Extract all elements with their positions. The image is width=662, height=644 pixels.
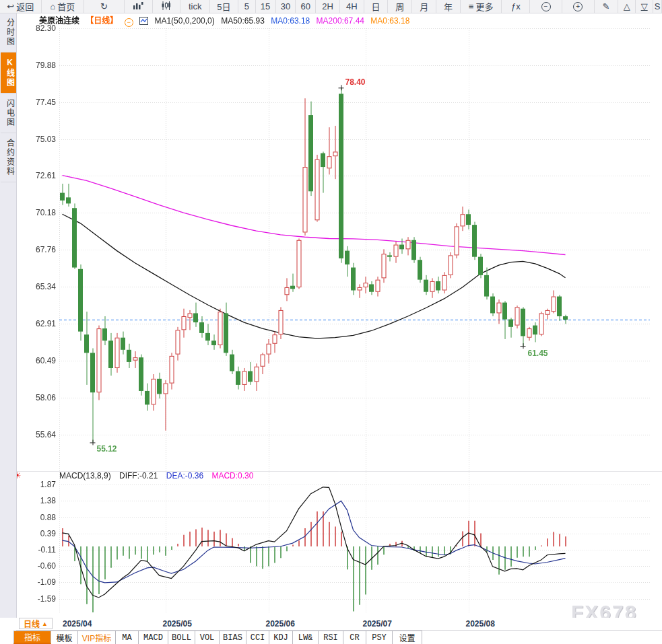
price-macd-chart[interactable] bbox=[16, 12, 662, 618]
more-button[interactable]: ≡更多 bbox=[461, 0, 502, 13]
x-axis-month-label: 2025/08 bbox=[466, 619, 495, 629]
period-5d-button[interactable]: 5日 bbox=[210, 0, 238, 13]
macd-settings: MACD(13,8,9) bbox=[59, 471, 111, 480]
triangle-down-icon: ▽ bbox=[641, 1, 648, 11]
back-button[interactable]: ↩返回 bbox=[0, 0, 42, 13]
tab-BOLL[interactable]: BOLL bbox=[168, 631, 195, 644]
collapse-circle-icon[interactable]: − bbox=[125, 18, 133, 27]
ma0-orange-value: MA0:63.18 bbox=[370, 16, 409, 26]
tab-PSY[interactable]: PSY bbox=[366, 631, 393, 644]
period-label[interactable]: 【日线】 bbox=[86, 16, 118, 26]
back-icon: ↩ bbox=[7, 2, 14, 11]
tab-KDJ[interactable]: KDJ bbox=[269, 631, 293, 644]
x-axis-month-label: 2025/04 bbox=[63, 619, 92, 629]
fx-button[interactable]: ƒx bbox=[502, 0, 530, 13]
tab-RSI[interactable]: RSI bbox=[319, 631, 343, 644]
ma0-blue-value: MA0:63.18 bbox=[271, 16, 310, 26]
home-button[interactable]: ⌂首页 bbox=[42, 0, 85, 13]
period-2h-button[interactable]: 2H bbox=[316, 0, 340, 13]
zoom-out-button[interactable]: − bbox=[530, 0, 562, 13]
tab-CCI[interactable]: CCI bbox=[246, 631, 269, 644]
period-year-button[interactable]: 年 bbox=[436, 0, 461, 13]
ma50-value: MA50:65.93 bbox=[221, 16, 265, 26]
period-week-button[interactable]: 周 bbox=[388, 0, 412, 13]
symbol-name: 美原油连续 bbox=[39, 16, 79, 26]
macd-hist-value: MACD:0.30 bbox=[211, 471, 253, 480]
macd-header: MACD(13,8,9) DIFF:-0.21 DEA:-0.36 MACD:0… bbox=[59, 471, 259, 480]
home-icon: ⌂ bbox=[50, 2, 55, 11]
menu-icon: ≡ bbox=[469, 2, 474, 11]
ma200-value: MA200:67.44 bbox=[317, 16, 364, 26]
tab-指标[interactable]: 指标 bbox=[13, 631, 51, 644]
sidebar-item-contract-info[interactable]: 合约资料 bbox=[1, 133, 16, 182]
tab-VOL[interactable]: VOL bbox=[195, 631, 220, 644]
period-4h-button[interactable]: 4H bbox=[340, 0, 364, 13]
tab-MACD[interactable]: MACD bbox=[139, 631, 168, 644]
zoom-in-icon: + bbox=[573, 2, 583, 11]
tab-CR[interactable]: CR bbox=[343, 631, 366, 644]
x-axis-month-label: 2025/06 bbox=[266, 619, 295, 629]
mini-chart-icon bbox=[139, 17, 148, 27]
zoom-in-button[interactable]: + bbox=[562, 0, 595, 13]
left-sidebar: 分时图K线图闪电图合约资料 bbox=[0, 13, 17, 618]
x-axis-month-label: 2025/07 bbox=[363, 619, 392, 629]
pencil-icon: ✎ bbox=[603, 2, 610, 11]
triangle-down-button[interactable]: ▽ bbox=[636, 0, 653, 13]
s-button[interactable]: S bbox=[653, 0, 662, 13]
chart-header: 美原油连续 【日线】 − MA1(50,0,200,0) MA50:65.93 … bbox=[39, 14, 413, 27]
tri-up-icon: △ bbox=[624, 2, 630, 11]
bar-chart-button[interactable] bbox=[125, 0, 153, 13]
period-60-button[interactable]: 60 bbox=[296, 0, 316, 13]
period-day-button[interactable]: 日 bbox=[364, 0, 389, 13]
sidebar-item-lightning-chart[interactable]: 闪电图 bbox=[1, 94, 16, 133]
period-30-button[interactable]: 30 bbox=[276, 0, 296, 13]
tab-LW&[interactable]: LW& bbox=[293, 631, 319, 644]
tab-VIP指标[interactable]: VIP指标 bbox=[78, 631, 116, 644]
triangle-up-button[interactable]: △ bbox=[618, 0, 636, 13]
timeframe-selector[interactable]: 日线 ▲ bbox=[19, 618, 53, 629]
chevron-up-icon: ▲ bbox=[42, 620, 48, 627]
x-axis-month-label: 2025/05 bbox=[163, 619, 192, 629]
macd-diff-value: DIFF:-0.21 bbox=[119, 471, 158, 480]
tab-MA[interactable]: MA bbox=[116, 631, 139, 644]
tab-模板[interactable]: 模板 bbox=[51, 631, 78, 644]
tab-BIAS[interactable]: BIAS bbox=[220, 631, 246, 644]
timeframe-label: 日线 bbox=[24, 618, 40, 629]
ma-settings: MA1(50,0,200,0) bbox=[154, 16, 214, 26]
sidebar-item-kline-chart[interactable]: K线图 bbox=[1, 52, 16, 94]
top-toolbar: ↩返回⌂首页↻tick5日51530602H4H日周月年≡更多ƒx−+✎△▽S bbox=[0, 0, 662, 13]
indicator-tabbar: 指标模板VIP指标MAMACDBOLLVOLBIASCCIKDJLW&RSICR… bbox=[13, 631, 422, 644]
macd-dea-value: DEA:-0.36 bbox=[166, 471, 203, 480]
period-5-button[interactable]: 5 bbox=[238, 0, 256, 13]
period-15-button[interactable]: 15 bbox=[256, 0, 276, 13]
period-month-button[interactable]: 月 bbox=[412, 0, 436, 13]
zoom-out-icon: − bbox=[541, 2, 551, 11]
refresh-button[interactable]: ↻ bbox=[84, 0, 125, 13]
candle-chart-button[interactable] bbox=[153, 0, 181, 13]
candle-chart-icon bbox=[161, 1, 171, 11]
refresh-icon: ↻ bbox=[100, 2, 108, 11]
time-axis-row: 日线 ▲ 2025/042025/052025/062025/072025/08 bbox=[16, 618, 662, 631]
draw-button[interactable]: ✎ bbox=[595, 0, 619, 13]
sidebar-item-time-chart[interactable]: 分时图 bbox=[1, 13, 16, 52]
bar-chart-icon bbox=[133, 1, 143, 11]
tab-设置[interactable]: 设置 bbox=[393, 631, 422, 644]
tick-button[interactable]: tick bbox=[180, 0, 210, 13]
